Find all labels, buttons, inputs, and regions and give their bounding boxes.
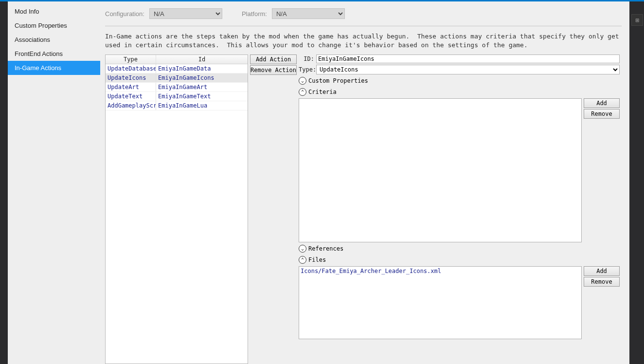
type-label: Type: (299, 66, 314, 73)
platform-select[interactable]: N/A (272, 8, 345, 19)
nav-item-frontend-actions[interactable]: FrontEnd Actions (8, 47, 100, 61)
id-input[interactable] (316, 55, 620, 63)
chevron-up-icon: ⌃ (299, 256, 306, 264)
configuration-select[interactable]: N/A (149, 8, 222, 19)
table-row[interactable]: AddGameplayScriEmiyaInGameLua (106, 101, 248, 110)
criteria-add-button[interactable]: Add (584, 98, 620, 108)
references-expander[interactable]: ⌄ References (299, 244, 620, 254)
table-row[interactable]: UpdateArtEmiyaInGameArt (106, 83, 248, 92)
chevron-down-icon: ⌄ (299, 77, 306, 85)
type-select[interactable]: UpdateIcons (316, 65, 620, 74)
files-expander[interactable]: ⌃ Files (299, 255, 620, 265)
work-area: Type Id UpdateDatabaseEmiyaInGameDataUpd… (105, 55, 622, 364)
content-area: Configuration: N/A Platform: N/A In-Game… (100, 1, 629, 364)
th-id[interactable]: Id (156, 55, 248, 64)
divider (105, 26, 622, 26)
chevron-up-icon: ⌃ (299, 88, 306, 96)
nav-item-associations[interactable]: Associations (8, 33, 100, 47)
right-gutter: ⊞ (629, 0, 644, 364)
nav-item-mod-info[interactable]: Mod Info (8, 4, 100, 18)
files-panel-group: Icons/Fate_Emiya_Archer_Leader_Icons.xml… (299, 266, 620, 339)
actions-list-column: Type Id UpdateDatabaseEmiyaInGameDataUpd… (105, 55, 297, 364)
files-buttons: Add Remove (584, 266, 620, 339)
cell-type: AddGameplayScri (106, 101, 156, 110)
chevron-down-icon: ⌄ (299, 245, 306, 253)
cell-type: UpdateArt (106, 83, 156, 91)
cell-type: UpdateText (106, 92, 156, 101)
nav-item-custom-properties[interactable]: Custom Properties (8, 18, 100, 33)
id-label: ID: (299, 55, 314, 62)
configuration-label: Configuration: (105, 10, 144, 18)
cell-id: EmiyaInGameIcons (156, 73, 248, 82)
criteria-label: Criteria (308, 89, 337, 95)
custom-properties-label: Custom Properties (308, 77, 368, 84)
actions-table-header: Type Id (106, 55, 248, 64)
files-remove-button[interactable]: Remove (584, 277, 620, 287)
cell-id: EmiyaInGameData (156, 64, 248, 73)
custom-properties-expander[interactable]: ⌄ Custom Properties (299, 76, 620, 86)
table-row[interactable]: UpdateDatabaseEmiyaInGameData (106, 64, 248, 73)
table-row[interactable]: UpdateTextEmiyaInGameText (106, 92, 248, 101)
main-panel: Mod Info Custom Properties Associations … (8, 0, 629, 364)
left-gutter (0, 0, 8, 364)
cell-id: EmiyaInGameText (156, 92, 248, 101)
id-field-row: ID: (299, 55, 620, 63)
cell-type: UpdateDatabase (106, 64, 156, 73)
platform-label: Platform: (242, 10, 267, 18)
cell-type: UpdateIcons (106, 73, 156, 82)
criteria-expander[interactable]: ⌃ Criteria (299, 87, 620, 97)
toolbox-icon[interactable]: ⊞ (631, 14, 643, 26)
config-row: Configuration: N/A Platform: N/A (105, 6, 622, 26)
detail-column: ID: Type: UpdateIcons ⌄ Custom Propertie… (299, 55, 622, 364)
type-field-row: Type: UpdateIcons (299, 65, 620, 74)
criteria-listbox[interactable] (299, 98, 582, 242)
files-listbox[interactable]: Icons/Fate_Emiya_Archer_Leader_Icons.xml (299, 266, 582, 339)
action-buttons-column: Add Action Remove Action (250, 55, 297, 364)
description-text: In-Game actions are the steps taken by t… (105, 29, 622, 55)
actions-table: Type Id UpdateDatabaseEmiyaInGameDataUpd… (105, 55, 248, 364)
cell-id: EmiyaInGameLua (156, 101, 248, 110)
criteria-remove-button[interactable]: Remove (584, 109, 620, 119)
cell-id: EmiyaInGameArt (156, 83, 248, 91)
references-label: References (308, 245, 343, 252)
files-label: Files (308, 256, 326, 263)
criteria-panel-group: Add Remove (299, 98, 620, 242)
add-action-button[interactable]: Add Action (250, 55, 297, 64)
files-add-button[interactable]: Add (584, 266, 620, 276)
nav-item-ingame-actions[interactable]: In-Game Actions (8, 61, 100, 75)
side-nav: Mod Info Custom Properties Associations … (8, 1, 100, 364)
remove-action-button[interactable]: Remove Action (250, 65, 297, 75)
criteria-buttons: Add Remove (584, 98, 620, 242)
table-row[interactable]: UpdateIconsEmiyaInGameIcons (106, 73, 248, 83)
th-type[interactable]: Type (106, 55, 156, 64)
